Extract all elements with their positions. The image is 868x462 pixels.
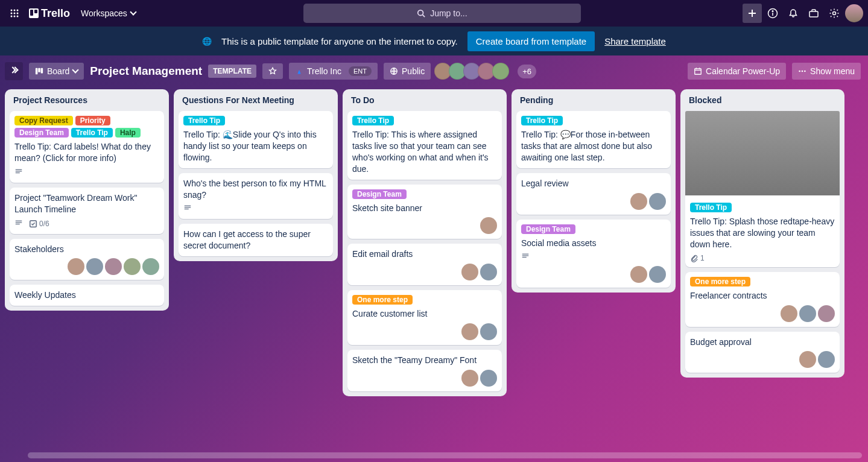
apps-menu-icon[interactable]	[5, 4, 24, 23]
svg-point-5	[17, 13, 19, 14]
list-title[interactable]: Project Resources	[10, 94, 164, 106]
banner-text: This is a public template for anyone on …	[221, 36, 458, 46]
briefcase-icon[interactable]	[804, 4, 823, 23]
svg-rect-11	[34, 10, 37, 13]
member-avatar[interactable]	[86, 258, 103, 275]
label[interactable]: Design Team	[14, 128, 69, 138]
card[interactable]: How can I get access to the super secret…	[179, 224, 333, 256]
member-avatar[interactable]	[799, 351, 816, 368]
card[interactable]: Design TeamSketch site banner	[347, 185, 502, 239]
list-title[interactable]: Pending	[516, 94, 671, 106]
svg-point-1	[14, 10, 16, 11]
card-members	[352, 264, 497, 280]
workspaces-dropdown[interactable]: Workspaces	[75, 5, 142, 22]
svg-point-4	[14, 13, 16, 14]
label[interactable]: Trello Tip	[71, 128, 113, 138]
attachment-badge: 1	[690, 254, 705, 262]
member-avatar[interactable]	[630, 266, 647, 283]
card[interactable]: Trello TipTrello Tip: 💬For those in-betw…	[516, 111, 671, 168]
share-template-link[interactable]: Share template	[604, 36, 666, 46]
member-avatar[interactable]	[461, 323, 478, 340]
search-input[interactable]: Jump to...	[303, 4, 581, 23]
settings-icon[interactable]	[825, 4, 844, 23]
card[interactable]: Who's the best person to fix my HTML sna…	[179, 173, 333, 220]
label[interactable]: Copy Request	[14, 116, 73, 125]
member-avatar[interactable]	[124, 258, 141, 275]
horizontal-scrollbar[interactable]	[28, 452, 862, 458]
list-title[interactable]: To Do	[347, 94, 502, 106]
notifications-icon[interactable]	[784, 4, 803, 23]
label[interactable]: One more step	[352, 295, 413, 305]
card[interactable]: Weekly Updates	[10, 285, 164, 306]
board-view-switcher[interactable]: Board	[29, 63, 84, 80]
visibility-button[interactable]: Public	[384, 63, 431, 80]
svg-rect-34	[16, 172, 20, 173]
star-button[interactable]	[262, 63, 283, 79]
card[interactable]: Project "Teamwork Dream Work" Launch Tim…	[10, 188, 164, 234]
create-board-button[interactable]: Create board from template	[467, 31, 595, 51]
show-menu-button[interactable]: Show menu	[792, 63, 861, 80]
label[interactable]: Trello Tip	[183, 116, 225, 125]
list-title[interactable]: Questions For Next Meeting	[179, 94, 333, 106]
board-title[interactable]: Project Management	[90, 65, 202, 78]
label[interactable]: Trello Tip	[521, 116, 563, 125]
label[interactable]: Design Team	[352, 189, 407, 199]
member-avatar[interactable]	[480, 370, 497, 387]
card[interactable]: Sketch the "Teamy Dreamy" Font	[347, 350, 502, 391]
board-members[interactable]	[437, 63, 509, 80]
list-title[interactable]: Blocked	[685, 94, 840, 106]
label[interactable]: One more step	[690, 277, 750, 286]
workspace-button[interactable]: Trello Inc ENT	[289, 63, 378, 80]
member-avatar[interactable]	[799, 305, 816, 322]
card[interactable]: One more stepFreelancer contracts	[685, 272, 840, 327]
card[interactable]: Trello TipTrello Tip: Splash those redta…	[685, 111, 840, 267]
card-members	[521, 266, 666, 283]
label[interactable]: Trello Tip	[352, 116, 394, 125]
member-avatar[interactable]	[480, 323, 497, 340]
member-avatar[interactable]	[630, 193, 647, 210]
member-avatar[interactable]	[480, 217, 497, 234]
member-avatar[interactable]	[649, 266, 666, 283]
member-avatar[interactable]	[781, 305, 797, 322]
card[interactable]: Trello TipTrello Tip: This is where assi…	[347, 111, 502, 180]
card[interactable]: One more stepCurate customer list	[347, 290, 502, 345]
member-avatar[interactable]	[818, 351, 835, 368]
card[interactable]: Budget approval	[685, 332, 840, 373]
member-avatar[interactable]	[68, 258, 84, 275]
user-avatar[interactable]	[845, 4, 863, 22]
info-icon[interactable]	[763, 4, 782, 23]
card[interactable]: Stakeholders	[10, 239, 164, 280]
card[interactable]: Edit email drafts	[347, 244, 502, 285]
extra-members-count[interactable]: +6	[518, 65, 536, 78]
card-members	[14, 258, 159, 275]
member-avatar[interactable]	[105, 258, 122, 275]
label[interactable]: Halp	[115, 128, 141, 138]
card-labels: One more step	[690, 277, 835, 286]
member-avatar[interactable]	[461, 370, 478, 387]
card-members	[352, 323, 497, 340]
card-badges	[521, 252, 666, 262]
create-button[interactable]	[743, 4, 762, 23]
board-canvas[interactable]: Project ResourcesCopy RequestPriorityDes…	[0, 87, 868, 452]
card-cover-image	[685, 111, 840, 195]
label[interactable]: Priority	[75, 116, 110, 125]
trello-logo[interactable]: Trello	[25, 7, 74, 20]
card[interactable]: Design TeamSocial media assets	[516, 220, 671, 288]
card[interactable]: Trello TipTrello Tip: 🌊Slide your Q's in…	[179, 111, 333, 168]
label[interactable]: Trello Tip	[690, 203, 732, 212]
member-avatar[interactable]	[818, 305, 835, 322]
member-avatar[interactable]	[649, 193, 666, 210]
card[interactable]: Copy RequestPriorityDesign TeamTrello Ti…	[10, 111, 164, 183]
list: PendingTrello TipTrello Tip: 💬For those …	[512, 89, 676, 293]
svg-point-18	[772, 11, 773, 12]
member-avatar[interactable]	[480, 264, 497, 280]
card-text: Edit email drafts	[352, 248, 497, 260]
card-text: Trello Tip: 🌊Slide your Q's into this ha…	[183, 129, 328, 163]
calendar-powerup-button[interactable]: Calendar Power-Up	[688, 63, 786, 80]
expand-sidebar-button[interactable]	[5, 62, 23, 80]
card[interactable]: Legal review	[516, 173, 671, 215]
label[interactable]: Design Team	[521, 224, 575, 234]
member-avatar[interactable]	[142, 258, 159, 275]
member-avatar[interactable]	[461, 264, 478, 280]
description-icon	[14, 219, 23, 229]
